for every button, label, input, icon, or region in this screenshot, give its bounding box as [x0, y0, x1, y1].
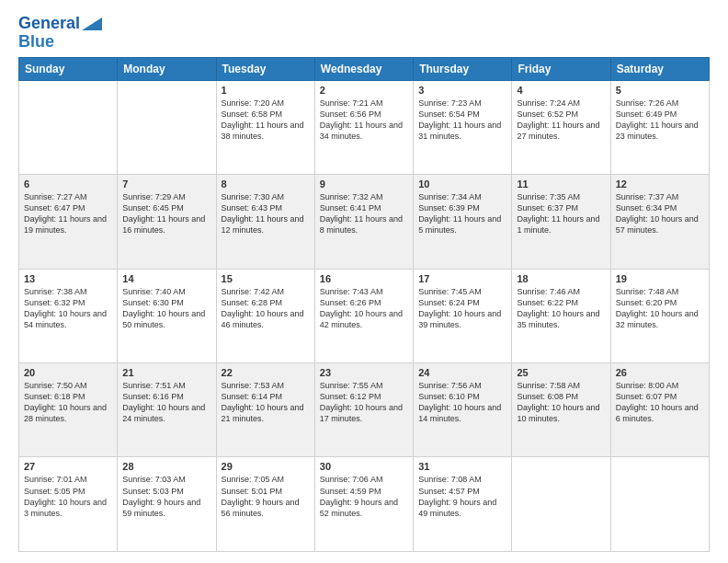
day-cell: 4Sunrise: 7:24 AM Sunset: 6:52 PM Daylig…: [512, 80, 610, 174]
day-number: 25: [517, 367, 605, 378]
day-number: 10: [418, 178, 506, 190]
day-number: 21: [122, 367, 210, 378]
day-number: 3: [418, 85, 506, 96]
day-info: Sunrise: 7:55 AM Sunset: 6:12 PM Dayligh…: [320, 380, 408, 425]
day-info: Sunrise: 7:46 AM Sunset: 6:22 PM Dayligh…: [517, 286, 605, 331]
day-info: Sunrise: 7:24 AM Sunset: 6:52 PM Dayligh…: [517, 98, 605, 143]
day-info: Sunrise: 7:42 AM Sunset: 6:28 PM Dayligh…: [222, 286, 310, 331]
day-header: Wednesday: [314, 57, 413, 80]
day-info: Sunrise: 7:38 AM Sunset: 6:32 PM Dayligh…: [24, 286, 112, 331]
day-info: Sunrise: 7:20 AM Sunset: 6:58 PM Dayligh…: [222, 98, 310, 143]
day-cell: 17Sunrise: 7:45 AM Sunset: 6:24 PM Dayli…: [414, 269, 512, 362]
day-number: 16: [320, 273, 408, 284]
day-number: 18: [517, 273, 605, 284]
day-cell: 2Sunrise: 7:21 AM Sunset: 6:56 PM Daylig…: [314, 80, 413, 174]
day-number: 8: [222, 178, 310, 190]
day-cell: [118, 80, 216, 174]
day-header: Tuesday: [216, 57, 314, 80]
day-header: Sunday: [19, 57, 118, 80]
logo-general: General: [18, 14, 80, 32]
day-cell: 12Sunrise: 7:37 AM Sunset: 6:34 PM Dayli…: [610, 175, 709, 269]
day-number: 9: [320, 178, 408, 190]
day-cell: 29Sunrise: 7:05 AM Sunset: 5:01 PM Dayli…: [216, 457, 314, 552]
day-info: Sunrise: 7:08 AM Sunset: 4:57 PM Dayligh…: [418, 474, 506, 519]
day-info: Sunrise: 7:05 AM Sunset: 5:01 PM Dayligh…: [222, 474, 310, 519]
week-row: 27Sunrise: 7:01 AM Sunset: 5:05 PM Dayli…: [19, 457, 710, 552]
header: General Blue: [18, 15, 710, 52]
day-info: Sunrise: 7:50 AM Sunset: 6:18 PM Dayligh…: [24, 380, 112, 425]
logo: General Blue: [18, 15, 102, 52]
day-cell: [512, 457, 610, 552]
day-cell: 14Sunrise: 7:40 AM Sunset: 6:30 PM Dayli…: [118, 269, 216, 362]
day-cell: 18Sunrise: 7:46 AM Sunset: 6:22 PM Dayli…: [512, 269, 610, 362]
day-number: 28: [122, 461, 210, 472]
day-number: 20: [24, 367, 112, 378]
day-number: 14: [122, 273, 210, 284]
day-info: Sunrise: 7:27 AM Sunset: 6:47 PM Dayligh…: [24, 191, 112, 236]
day-number: 23: [320, 367, 408, 378]
day-cell: 20Sunrise: 7:50 AM Sunset: 6:18 PM Dayli…: [19, 363, 118, 457]
day-header: Friday: [512, 57, 610, 80]
day-cell: 19Sunrise: 7:48 AM Sunset: 6:20 PM Dayli…: [610, 269, 709, 362]
day-number: 24: [418, 367, 506, 378]
day-header: Monday: [118, 57, 216, 80]
page: General Blue SundayMondayTuesdayWednesda…: [0, 0, 728, 563]
day-cell: 11Sunrise: 7:35 AM Sunset: 6:37 PM Dayli…: [512, 175, 610, 269]
day-cell: 23Sunrise: 7:55 AM Sunset: 6:12 PM Dayli…: [314, 363, 413, 457]
logo-icon: [82, 17, 102, 30]
day-info: Sunrise: 7:51 AM Sunset: 6:16 PM Dayligh…: [122, 380, 210, 425]
day-info: Sunrise: 7:26 AM Sunset: 6:49 PM Dayligh…: [616, 98, 704, 143]
day-info: Sunrise: 7:53 AM Sunset: 6:14 PM Dayligh…: [222, 380, 310, 425]
day-cell: [610, 457, 709, 552]
day-cell: [19, 80, 118, 174]
day-info: Sunrise: 7:34 AM Sunset: 6:39 PM Dayligh…: [418, 191, 506, 236]
day-number: 7: [122, 178, 210, 190]
day-number: 19: [616, 273, 704, 284]
week-row: 6Sunrise: 7:27 AM Sunset: 6:47 PM Daylig…: [19, 175, 710, 269]
day-number: 11: [517, 178, 605, 190]
day-info: Sunrise: 7:01 AM Sunset: 5:05 PM Dayligh…: [24, 474, 112, 519]
day-info: Sunrise: 7:29 AM Sunset: 6:45 PM Dayligh…: [122, 191, 210, 236]
day-cell: 25Sunrise: 7:58 AM Sunset: 6:08 PM Dayli…: [512, 363, 610, 457]
week-row: 13Sunrise: 7:38 AM Sunset: 6:32 PM Dayli…: [19, 269, 710, 362]
day-number: 26: [616, 367, 704, 378]
day-cell: 15Sunrise: 7:42 AM Sunset: 6:28 PM Dayli…: [216, 269, 314, 362]
day-cell: 31Sunrise: 7:08 AM Sunset: 4:57 PM Dayli…: [414, 457, 512, 552]
week-row: 20Sunrise: 7:50 AM Sunset: 6:18 PM Dayli…: [19, 363, 710, 457]
calendar-table: SundayMondayTuesdayWednesdayThursdayFrid…: [18, 57, 710, 552]
day-info: Sunrise: 7:48 AM Sunset: 6:20 PM Dayligh…: [616, 286, 704, 331]
day-cell: 8Sunrise: 7:30 AM Sunset: 6:43 PM Daylig…: [216, 175, 314, 269]
day-info: Sunrise: 7:58 AM Sunset: 6:08 PM Dayligh…: [517, 380, 605, 425]
day-info: Sunrise: 7:56 AM Sunset: 6:10 PM Dayligh…: [418, 380, 506, 425]
day-header: Thursday: [414, 57, 512, 80]
day-number: 5: [616, 85, 704, 96]
day-cell: 10Sunrise: 7:34 AM Sunset: 6:39 PM Dayli…: [414, 175, 512, 269]
day-number: 17: [418, 273, 506, 284]
day-header: Saturday: [610, 57, 709, 80]
week-row: 1Sunrise: 7:20 AM Sunset: 6:58 PM Daylig…: [19, 80, 710, 174]
day-info: Sunrise: 7:21 AM Sunset: 6:56 PM Dayligh…: [320, 98, 408, 143]
day-number: 29: [222, 461, 310, 472]
day-number: 6: [24, 178, 112, 190]
day-cell: 27Sunrise: 7:01 AM Sunset: 5:05 PM Dayli…: [19, 457, 118, 552]
day-info: Sunrise: 7:03 AM Sunset: 5:03 PM Dayligh…: [122, 474, 210, 519]
day-info: Sunrise: 7:43 AM Sunset: 6:26 PM Dayligh…: [320, 286, 408, 331]
day-number: 27: [24, 461, 112, 472]
day-cell: 26Sunrise: 8:00 AM Sunset: 6:07 PM Dayli…: [610, 363, 709, 457]
day-number: 13: [24, 273, 112, 284]
day-info: Sunrise: 7:23 AM Sunset: 6:54 PM Dayligh…: [418, 98, 506, 143]
day-cell: 13Sunrise: 7:38 AM Sunset: 6:32 PM Dayli…: [19, 269, 118, 362]
day-cell: 24Sunrise: 7:56 AM Sunset: 6:10 PM Dayli…: [414, 363, 512, 457]
day-cell: 28Sunrise: 7:03 AM Sunset: 5:03 PM Dayli…: [118, 457, 216, 552]
day-cell: 1Sunrise: 7:20 AM Sunset: 6:58 PM Daylig…: [216, 80, 314, 174]
day-cell: 6Sunrise: 7:27 AM Sunset: 6:47 PM Daylig…: [19, 175, 118, 269]
day-cell: 5Sunrise: 7:26 AM Sunset: 6:49 PM Daylig…: [610, 80, 709, 174]
day-info: Sunrise: 7:37 AM Sunset: 6:34 PM Dayligh…: [616, 191, 704, 236]
logo-text: General: [18, 15, 80, 33]
day-info: Sunrise: 7:35 AM Sunset: 6:37 PM Dayligh…: [517, 191, 605, 236]
day-number: 30: [320, 461, 408, 472]
day-number: 1: [222, 85, 310, 96]
day-cell: 16Sunrise: 7:43 AM Sunset: 6:26 PM Dayli…: [314, 269, 413, 362]
day-number: 22: [222, 367, 310, 378]
day-info: Sunrise: 8:00 AM Sunset: 6:07 PM Dayligh…: [616, 380, 704, 425]
